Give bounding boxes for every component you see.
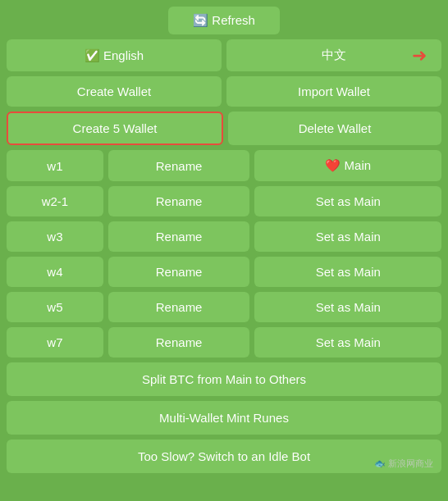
wallet-name-w1: w1 xyxy=(7,150,103,181)
wallet-name-w3: w3 xyxy=(7,221,103,252)
set-main-button-w2-1[interactable]: Set as Main xyxy=(254,186,441,216)
rename-button-w7[interactable]: Rename xyxy=(108,327,250,358)
idle-bot-label: Too Slow? Switch to an Idle Bot xyxy=(138,449,310,463)
rename-button-w1[interactable]: Rename xyxy=(108,150,250,181)
english-button[interactable]: ✅ English xyxy=(7,39,222,71)
chinese-button[interactable]: 中文 ➜ xyxy=(226,39,441,71)
wallet-row: w5RenameSet as Main xyxy=(7,292,441,322)
app-container: 🔄 Refresh ✅ English 中文 ➜ Create Wallet I… xyxy=(7,7,441,473)
arrow-icon: ➜ xyxy=(412,45,427,66)
chinese-label: 中文 xyxy=(322,48,346,63)
delete-wallet-button[interactable]: Delete Wallet xyxy=(228,112,441,145)
set-main-button-w3[interactable]: Set as Main xyxy=(254,221,441,252)
refresh-button[interactable]: 🔄 Refresh xyxy=(168,7,280,34)
mint-runes-button[interactable]: Multi-Wallet Mint Runes xyxy=(7,401,441,435)
idle-bot-button[interactable]: Too Slow? Switch to an Idle Bot 🐟 新浪网商业 xyxy=(7,440,441,473)
wallet-name-w7: w7 xyxy=(7,327,103,358)
wallet-row: w4RenameSet as Main xyxy=(7,257,441,287)
watermark: 🐟 新浪网商业 xyxy=(374,458,433,470)
set-main-button-w7[interactable]: Set as Main xyxy=(254,327,441,358)
create-import-row: Create Wallet Import Wallet xyxy=(7,76,441,107)
set-main-button-w1[interactable]: ❤️ Main xyxy=(254,150,441,181)
create5-wallet-button[interactable]: Create 5 Wallet xyxy=(7,112,223,145)
refresh-row: 🔄 Refresh xyxy=(7,7,441,34)
wallet-row: w7RenameSet as Main xyxy=(7,327,441,358)
rename-button-w5[interactable]: Rename xyxy=(108,292,250,322)
wallet-name-w4: w4 xyxy=(7,257,103,287)
language-row: ✅ English 中文 ➜ xyxy=(7,39,441,71)
split-btc-button[interactable]: Split BTC from Main to Others xyxy=(7,362,441,396)
set-main-button-w4[interactable]: Set as Main xyxy=(254,257,441,287)
rename-button-w3[interactable]: Rename xyxy=(108,221,250,252)
wallet-name-w5: w5 xyxy=(7,292,103,322)
wallet-row: w1Rename❤️ Main xyxy=(7,150,441,181)
wallet-row: w3RenameSet as Main xyxy=(7,221,441,252)
import-wallet-button[interactable]: Import Wallet xyxy=(226,76,441,107)
set-main-button-w5[interactable]: Set as Main xyxy=(254,292,441,322)
create5-delete-row: Create 5 Wallet Delete Wallet xyxy=(7,112,441,145)
wallet-list: w1Rename❤️ Mainw2-1RenameSet as Mainw3Re… xyxy=(7,150,441,358)
rename-button-w2-1[interactable]: Rename xyxy=(108,186,250,216)
create-wallet-button[interactable]: Create Wallet xyxy=(7,76,222,107)
wallet-row: w2-1RenameSet as Main xyxy=(7,186,441,216)
rename-button-w4[interactable]: Rename xyxy=(108,257,250,287)
wallet-name-w2-1: w2-1 xyxy=(7,186,103,216)
